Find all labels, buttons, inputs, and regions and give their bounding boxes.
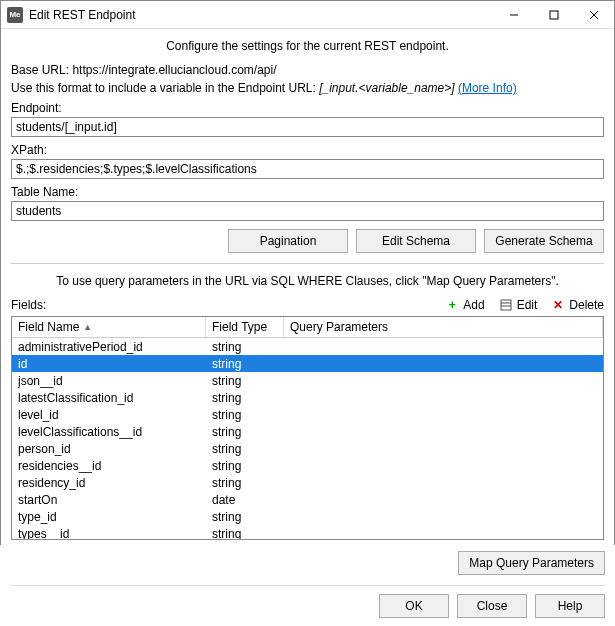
close-button[interactable]: Close	[457, 594, 527, 618]
map-query-parameters-button[interactable]: Map Query Parameters	[458, 551, 605, 575]
xpath-input[interactable]	[11, 159, 604, 179]
cell-field-name: residency_id	[12, 476, 206, 490]
edit-field-button[interactable]: Edit	[499, 298, 538, 312]
cell-field-type: string	[206, 442, 284, 456]
format-hint-example: [_input.<variable_name>]	[319, 81, 454, 95]
cell-field-name: id	[12, 357, 206, 371]
cell-field-name: json__id	[12, 374, 206, 388]
column-header-type[interactable]: Field Type	[206, 317, 284, 337]
where-clause-hint: To use query parameters in the URL via S…	[11, 274, 604, 288]
help-button[interactable]: Help	[535, 594, 605, 618]
cell-field-type: string	[206, 408, 284, 422]
table-row[interactable]: idstring	[12, 355, 603, 372]
cell-field-type: string	[206, 340, 284, 354]
fields-grid: Field Name ▲ Field Type Query Parameters…	[11, 316, 604, 540]
cell-field-type: string	[206, 357, 284, 371]
maximize-icon	[549, 10, 559, 20]
table-name-input[interactable]	[11, 201, 604, 221]
cell-field-type: string	[206, 510, 284, 524]
column-header-name[interactable]: Field Name ▲	[12, 317, 206, 337]
fields-label: Fields:	[11, 298, 46, 312]
delete-icon: ✕	[551, 298, 565, 312]
table-row[interactable]: levelClassifications__idstring	[12, 423, 603, 440]
more-info-link[interactable]: (More Info)	[458, 81, 517, 95]
cell-field-type: string	[206, 425, 284, 439]
svg-rect-1	[550, 11, 558, 19]
format-hint-prefix: Use this format to include a variable in…	[11, 81, 319, 95]
table-row[interactable]: person_idstring	[12, 440, 603, 457]
table-row[interactable]: types__idstring	[12, 525, 603, 539]
divider	[11, 263, 604, 264]
cell-field-name: latestClassification_id	[12, 391, 206, 405]
close-window-button[interactable]	[574, 1, 614, 29]
cell-field-type: string	[206, 459, 284, 473]
cell-field-type: string	[206, 476, 284, 490]
table-row[interactable]: level_idstring	[12, 406, 603, 423]
delete-field-button[interactable]: ✕ Delete	[551, 298, 604, 312]
grid-header: Field Name ▲ Field Type Query Parameters	[12, 317, 603, 338]
add-field-button[interactable]: + Add	[445, 298, 484, 312]
app-icon: Me	[7, 7, 23, 23]
edit-schema-button[interactable]: Edit Schema	[356, 229, 476, 253]
xpath-label: XPath:	[11, 143, 604, 157]
minimize-button[interactable]	[494, 1, 534, 29]
table-row[interactable]: residencies__idstring	[12, 457, 603, 474]
window-title: Edit REST Endpoint	[29, 8, 494, 22]
table-row[interactable]: json__idstring	[12, 372, 603, 389]
cell-field-name: startOn	[12, 493, 206, 507]
add-label: Add	[463, 298, 484, 312]
close-icon	[589, 10, 599, 20]
cell-field-type: string	[206, 391, 284, 405]
svg-rect-4	[501, 300, 511, 310]
table-row[interactable]: startOndate	[12, 491, 603, 508]
cell-field-name: type_id	[12, 510, 206, 524]
table-row[interactable]: type_idstring	[12, 508, 603, 525]
minimize-icon	[509, 10, 519, 20]
table-row[interactable]: residency_idstring	[12, 474, 603, 491]
cell-field-name: levelClassifications__id	[12, 425, 206, 439]
cell-field-name: person_id	[12, 442, 206, 456]
cell-field-type: string	[206, 374, 284, 388]
title-bar: Me Edit REST Endpoint	[1, 1, 614, 29]
column-header-query[interactable]: Query Parameters	[284, 317, 603, 337]
edit-icon	[499, 298, 513, 312]
cell-field-name: residencies__id	[12, 459, 206, 473]
table-row[interactable]: latestClassification_idstring	[12, 389, 603, 406]
plus-icon: +	[445, 298, 459, 312]
sort-ascending-icon: ▲	[83, 322, 92, 332]
base-url-value: https://integrate.elluciancloud.com/api/	[72, 63, 276, 77]
generate-schema-button[interactable]: Generate Schema	[484, 229, 604, 253]
maximize-button[interactable]	[534, 1, 574, 29]
edit-label: Edit	[517, 298, 538, 312]
delete-label: Delete	[569, 298, 604, 312]
cell-field-name: types__id	[12, 527, 206, 540]
grid-body[interactable]: administrativePeriod_idstringidstringjso…	[12, 338, 603, 539]
base-url-label: Base URL:	[11, 63, 69, 77]
table-row[interactable]: administrativePeriod_idstring	[12, 338, 603, 355]
ok-button[interactable]: OK	[379, 594, 449, 618]
dialog-description: Configure the settings for the current R…	[11, 39, 604, 53]
pagination-button[interactable]: Pagination	[228, 229, 348, 253]
cell-field-name: level_id	[12, 408, 206, 422]
table-name-label: Table Name:	[11, 185, 604, 199]
cell-field-type: date	[206, 493, 284, 507]
cell-field-type: string	[206, 527, 284, 540]
cell-field-name: administrativePeriod_id	[12, 340, 206, 354]
endpoint-input[interactable]	[11, 117, 604, 137]
endpoint-label: Endpoint:	[11, 101, 604, 115]
